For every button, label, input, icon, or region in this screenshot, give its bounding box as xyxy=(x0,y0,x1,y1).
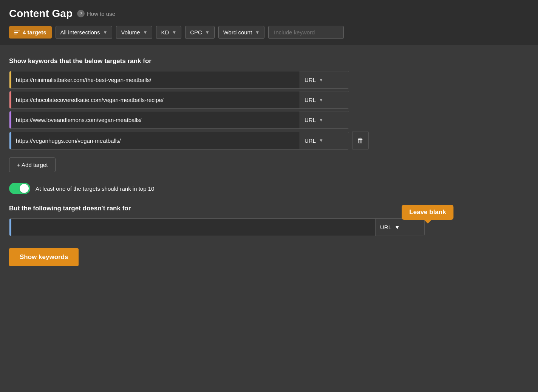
all-intersections-dropdown[interactable]: All intersections ▼ xyxy=(56,26,113,39)
negative-url-type-label: URL xyxy=(380,224,391,230)
kd-label: KD xyxy=(161,29,169,35)
negative-target-row: URL ▼ Leave blank xyxy=(9,218,529,236)
target-url-input[interactable] xyxy=(11,111,300,128)
url-type-label: URL xyxy=(305,117,316,123)
how-to-use-link[interactable]: ? How to use xyxy=(77,10,115,17)
filter-icon xyxy=(14,31,20,34)
chevron-down-icon: ▼ xyxy=(255,30,260,35)
all-intersections-label: All intersections xyxy=(60,29,100,35)
main-content: Show keywords that the below targets ran… xyxy=(0,45,538,278)
cpc-dropdown[interactable]: CPC ▼ xyxy=(185,26,215,39)
targets-button[interactable]: 4 targets xyxy=(9,26,52,39)
url-type-dropdown[interactable]: URL ▼ xyxy=(300,111,349,128)
url-type-label: URL xyxy=(305,137,316,144)
cpc-label: CPC xyxy=(190,29,202,35)
chevron-down-icon: ▼ xyxy=(319,117,323,123)
target-url-input[interactable] xyxy=(11,91,300,108)
url-type-dropdown[interactable]: URL ▼ xyxy=(300,91,349,108)
word-count-dropdown[interactable]: Word count ▼ xyxy=(218,26,264,39)
delete-target-button[interactable]: 🗑 xyxy=(352,131,369,150)
chevron-down-icon: ▼ xyxy=(319,77,323,83)
toolbar: 4 targets All intersections ▼ Volume ▼ K… xyxy=(9,26,529,39)
chevron-down-icon: ▼ xyxy=(319,97,323,103)
target-row: URL ▼ xyxy=(9,91,529,109)
target-row: URL ▼ xyxy=(9,71,529,89)
target-input-wrapper: URL ▼ xyxy=(9,91,349,109)
url-type-label: URL xyxy=(305,97,316,103)
chevron-down-icon: ▼ xyxy=(205,30,210,35)
show-keywords-section-title: Show keywords that the below targets ran… xyxy=(9,57,529,65)
url-type-dropdown[interactable]: URL ▼ xyxy=(300,71,349,88)
word-count-label: Word count xyxy=(223,29,252,35)
negative-url-type-dropdown[interactable]: URL ▼ xyxy=(375,219,424,236)
page-header: Content Gap ? How to use 4 targets All i… xyxy=(0,0,538,45)
show-keywords-label: Show keywords xyxy=(20,253,68,261)
volume-dropdown[interactable]: Volume ▼ xyxy=(116,26,152,39)
how-to-use-label: How to use xyxy=(87,11,115,17)
add-target-label: + Add target xyxy=(17,162,48,168)
negative-url-input[interactable] xyxy=(11,219,375,236)
target-url-input[interactable] xyxy=(11,132,300,149)
chevron-down-icon: ▼ xyxy=(172,30,176,35)
target-list: URL ▼URL ▼URL ▼URL ▼🗑 xyxy=(9,71,529,150)
url-type-dropdown[interactable]: URL ▼ xyxy=(300,132,349,149)
volume-label: Volume xyxy=(121,29,140,35)
chevron-down-icon: ▼ xyxy=(103,30,108,35)
chevron-down-icon: ▼ xyxy=(319,138,323,143)
include-keyword-input[interactable] xyxy=(268,26,344,39)
toggle-thumb xyxy=(20,184,29,193)
top10-toggle[interactable] xyxy=(9,183,30,194)
add-target-button[interactable]: + Add target xyxy=(9,157,56,172)
target-input-wrapper: URL ▼ xyxy=(9,132,349,150)
negative-input-wrapper: URL ▼ xyxy=(9,218,425,236)
page-title: Content Gap xyxy=(9,8,73,20)
help-icon: ? xyxy=(77,10,85,17)
toggle-track xyxy=(9,183,30,194)
target-url-input[interactable] xyxy=(11,71,300,88)
but-section: But the following target doesn't rank fo… xyxy=(9,205,529,236)
targets-label: 4 targets xyxy=(23,29,46,35)
chevron-down-icon: ▼ xyxy=(394,224,400,230)
url-type-label: URL xyxy=(305,77,316,83)
target-input-wrapper: URL ▼ xyxy=(9,71,349,89)
trash-icon: 🗑 xyxy=(357,137,364,145)
title-row: Content Gap ? How to use xyxy=(9,8,529,20)
show-keywords-button[interactable]: Show keywords xyxy=(9,248,79,266)
kd-dropdown[interactable]: KD ▼ xyxy=(156,26,181,39)
target-input-wrapper: URL ▼ xyxy=(9,111,349,129)
toggle-label: At least one of the targets should rank … xyxy=(36,185,154,192)
but-section-title: But the following target doesn't rank fo… xyxy=(9,205,529,212)
toggle-row: At least one of the targets should rank … xyxy=(9,183,529,194)
target-row: URL ▼ xyxy=(9,111,529,129)
chevron-down-icon: ▼ xyxy=(143,30,148,35)
target-row: URL ▼🗑 xyxy=(9,131,529,150)
